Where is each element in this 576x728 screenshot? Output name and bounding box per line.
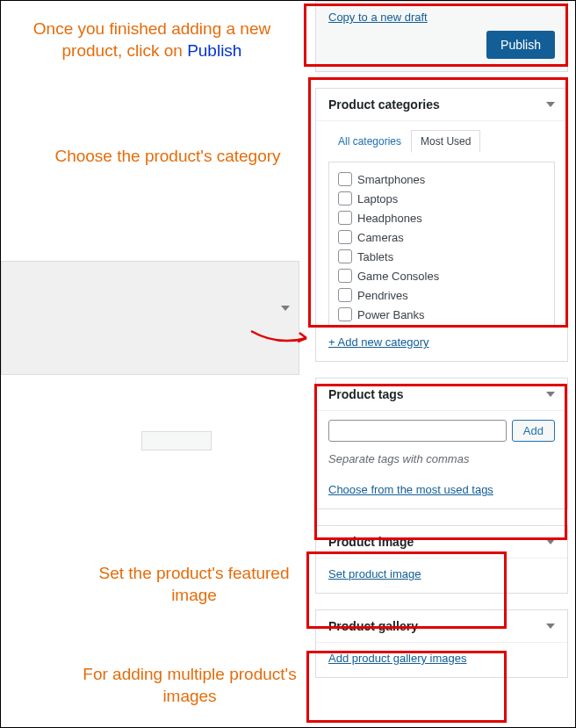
left-panel-stub-1 xyxy=(1,261,299,375)
category-item[interactable]: Pendrives xyxy=(338,285,545,305)
category-item[interactable]: Smartphones xyxy=(338,169,545,189)
tags-title: Product tags xyxy=(328,387,404,401)
editor-sidebar: Copy to a new draft Publish Product cate… xyxy=(315,1,568,694)
product-gallery-header[interactable]: Product gallery xyxy=(316,610,567,643)
category-item[interactable]: Game Consoles xyxy=(338,266,545,285)
category-checkbox[interactable] xyxy=(338,230,352,244)
category-item[interactable]: Laptops xyxy=(338,189,545,208)
tab-all-categories[interactable]: All categories xyxy=(328,130,411,153)
product-gallery-metabox: Product gallery Add product gallery imag… xyxy=(315,609,568,678)
annotation-publish: Once you finished adding a new product, … xyxy=(8,18,296,61)
add-gallery-images-link[interactable]: Add product gallery images xyxy=(328,652,467,665)
add-tag-button[interactable]: Add xyxy=(512,420,555,442)
product-image-title: Product image xyxy=(328,535,414,549)
category-checkbox[interactable] xyxy=(338,211,352,225)
tags-header[interactable]: Product tags xyxy=(316,378,567,411)
product-gallery-title: Product gallery xyxy=(328,619,418,633)
tab-most-used[interactable]: Most Used xyxy=(411,130,480,153)
choose-tags-link[interactable]: Choose from the most used tags xyxy=(328,483,493,496)
categories-title: Product categories xyxy=(328,97,440,112)
annotation-featured: Set the product's featured image xyxy=(93,563,295,606)
caret-icon xyxy=(281,306,290,311)
copy-draft-link[interactable]: Copy to a new draft xyxy=(328,11,555,24)
category-checkbox[interactable] xyxy=(338,269,352,283)
category-item[interactable]: Cameras xyxy=(338,227,545,247)
annotation-category: Choose the product's category xyxy=(54,146,282,168)
tag-input[interactable] xyxy=(328,420,507,442)
categories-metabox: Product categories All categories Most U… xyxy=(315,88,568,362)
caret-icon xyxy=(546,539,555,544)
category-item[interactable]: Headphones xyxy=(338,208,545,227)
category-checkbox[interactable] xyxy=(338,191,352,205)
caret-icon xyxy=(546,392,555,397)
category-checkbox[interactable] xyxy=(338,288,352,302)
category-checkbox[interactable] xyxy=(338,172,352,186)
add-new-category-link[interactable]: + Add new category xyxy=(328,335,429,349)
category-tabs: All categories Most Used xyxy=(328,130,555,153)
publish-metabox: Copy to a new draft Publish xyxy=(315,1,568,72)
category-item[interactable]: Power Banks xyxy=(338,305,545,324)
caret-icon xyxy=(546,623,555,629)
category-checkbox[interactable] xyxy=(338,307,352,321)
set-product-image-link[interactable]: Set product image xyxy=(328,567,421,580)
left-panel-stub-2 xyxy=(1,431,299,484)
category-item[interactable]: Tablets xyxy=(338,247,545,266)
caret-icon xyxy=(546,102,555,107)
category-list[interactable]: Smartphones Laptops Headphones Cameras T… xyxy=(328,162,555,327)
category-checkbox[interactable] xyxy=(338,249,352,263)
tags-metabox: Product tags Add Separate tags with comm… xyxy=(315,378,568,509)
annotation-gallery: For adding multiple product's images xyxy=(80,664,299,707)
publish-button[interactable]: Publish xyxy=(486,31,555,59)
product-image-metabox: Product image Set product image xyxy=(315,525,568,594)
tag-hint: Separate tags with commas xyxy=(328,452,555,465)
categories-header[interactable]: Product categories xyxy=(316,89,567,121)
product-image-header[interactable]: Product image xyxy=(316,526,567,559)
